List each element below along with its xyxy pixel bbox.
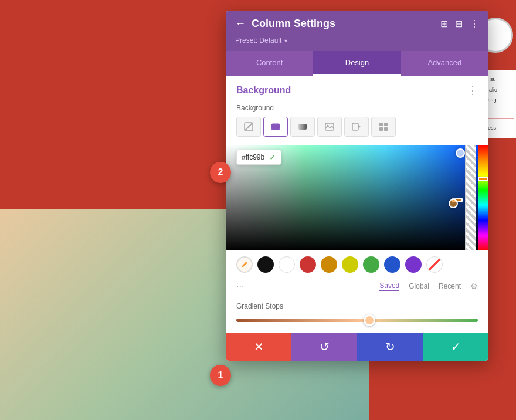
- bg-type-video[interactable]: [344, 117, 369, 137]
- tab-design[interactable]: Design: [313, 51, 400, 76]
- background-field-label: Background: [226, 101, 488, 117]
- swatch-blue[interactable]: [384, 256, 400, 273]
- panel-header: ← Column Settings ⊞ ⊟ ⋮ Preset: Default: [226, 11, 488, 51]
- swatch-tabs-row: ··· Saved Global Recent ⚙: [226, 279, 488, 296]
- expand-icon[interactable]: ⊞: [440, 18, 448, 29]
- gradient-slider-track: [236, 319, 478, 322]
- panel-title-left: ← Column Settings: [235, 18, 335, 30]
- swatch-black[interactable]: [257, 256, 274, 273]
- preset-dropdown[interactable]: Preset: Default: [235, 36, 288, 45]
- undo-button[interactable]: ↺: [291, 333, 357, 361]
- svg-marker-7: [358, 125, 361, 128]
- panel-footer: ✕ ↺ ↻ ✓: [226, 333, 488, 361]
- picker-thumb-bottom[interactable]: [449, 199, 458, 208]
- hex-input-tooltip[interactable]: #ffc99b ✓: [236, 150, 281, 165]
- swatch-tab-global[interactable]: Global: [409, 282, 429, 290]
- swatch-white[interactable]: [279, 256, 295, 273]
- eyedropper-button[interactable]: [236, 256, 253, 273]
- swatch-tab-saved[interactable]: Saved: [379, 282, 399, 291]
- gradient-slider-thumb[interactable]: [364, 314, 375, 326]
- gradient-stops-section: Gradient Stops: [226, 296, 488, 333]
- swatch-transparent[interactable]: [426, 256, 443, 273]
- svg-rect-9: [384, 123, 388, 126]
- right-divider-1: [486, 110, 514, 110]
- tab-content[interactable]: Content: [226, 51, 313, 76]
- svg-rect-8: [379, 123, 383, 126]
- background-type-row: [226, 117, 488, 145]
- panel-title: Column Settings: [252, 18, 335, 30]
- color-picker: #ffc99b ✓: [226, 145, 488, 250]
- svg-rect-2: [271, 124, 280, 130]
- right-text-panel: s su t alic mag ress: [484, 70, 516, 138]
- gradient-stops-label: Gradient Stops: [236, 302, 478, 310]
- swatch-settings-icon[interactable]: ⚙: [470, 282, 478, 291]
- svg-rect-3: [298, 124, 307, 130]
- opacity-slider-track[interactable]: [465, 145, 476, 250]
- hex-confirm-icon[interactable]: ✓: [269, 153, 276, 162]
- swatch-tab-recent[interactable]: Recent: [439, 282, 461, 290]
- more-icon[interactable]: ⋮: [470, 18, 479, 29]
- cancel-button[interactable]: ✕: [226, 333, 291, 361]
- panel-title-row: ← Column Settings ⊞ ⊟ ⋮: [235, 18, 479, 30]
- tab-advanced[interactable]: Advanced: [401, 51, 488, 76]
- panel-title-icons: ⊞ ⊟ ⋮: [440, 18, 479, 29]
- swatch-yellow[interactable]: [342, 256, 358, 273]
- swatch-dots-button[interactable]: ···: [236, 281, 244, 292]
- right-text-line-3: mag: [486, 97, 514, 104]
- right-divider-2: [486, 118, 514, 119]
- bg-type-image[interactable]: [317, 117, 342, 137]
- panel-body: Background ⋮ Background: [226, 76, 488, 333]
- section-title: Background: [236, 85, 291, 96]
- swatch-purple[interactable]: [405, 256, 422, 273]
- swatch-green[interactable]: [363, 256, 379, 273]
- swatches-row: [226, 250, 488, 279]
- right-text-bottom: ress: [486, 125, 514, 132]
- badge-1: 1: [210, 365, 231, 386]
- gradient-slider[interactable]: [236, 316, 478, 324]
- confirm-button[interactable]: ✓: [423, 333, 488, 361]
- bg-type-color[interactable]: [263, 117, 288, 137]
- swatch-orange[interactable]: [321, 256, 337, 273]
- hex-value: #ffc99b: [242, 153, 264, 161]
- split-icon[interactable]: ⊟: [455, 18, 463, 29]
- bg-type-none[interactable]: [236, 117, 261, 137]
- right-text-line-2: t alic: [486, 87, 514, 94]
- hue-slider-track[interactable]: [478, 145, 488, 250]
- section-header: Background ⋮: [226, 76, 488, 101]
- svg-rect-11: [384, 127, 388, 131]
- redo-button[interactable]: ↻: [357, 333, 423, 361]
- bg-type-gradient[interactable]: [290, 117, 315, 137]
- panel-tabs: Content Design Advanced: [226, 51, 488, 76]
- svg-rect-6: [352, 123, 358, 130]
- swatch-red[interactable]: [300, 256, 316, 273]
- preset-row: Preset: Default: [235, 35, 479, 51]
- section-more-button[interactable]: ⋮: [467, 84, 478, 97]
- back-button[interactable]: ←: [235, 18, 246, 30]
- hue-slider-thumb[interactable]: [478, 177, 488, 181]
- picker-thumb-top[interactable]: [456, 148, 465, 158]
- badge-2: 2: [210, 162, 231, 183]
- svg-line-0: [245, 123, 252, 130]
- right-text-line-1: s su: [486, 76, 514, 83]
- column-settings-panel: ← Column Settings ⊞ ⊟ ⋮ Preset: Default …: [226, 11, 488, 361]
- svg-rect-10: [379, 127, 383, 131]
- bg-type-pattern[interactable]: [371, 117, 396, 137]
